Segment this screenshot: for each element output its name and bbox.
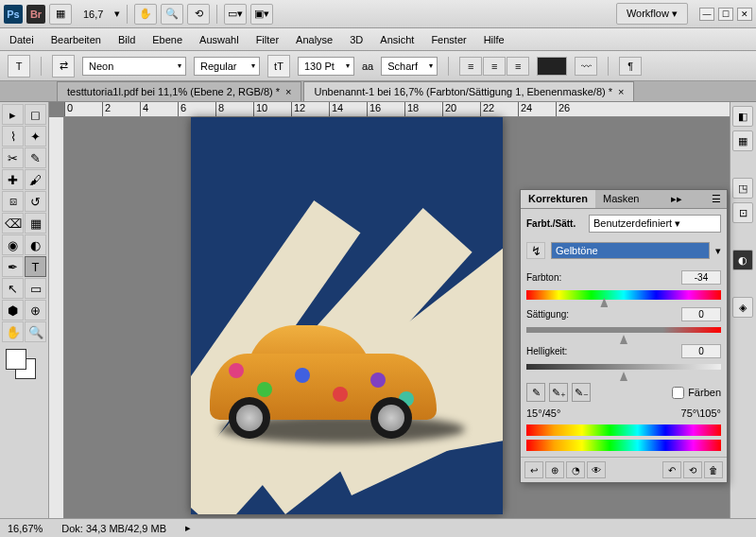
layers-panel-icon[interactable]: ◳ [732,178,753,199]
dodge-tool[interactable]: ◐ [25,234,46,255]
targeted-adjust-icon[interactable]: ↯ [526,242,545,259]
maximize-button[interactable]: ☐ [718,8,733,21]
chevron-down-icon[interactable]: ▾ [715,245,721,257]
text-color-swatch[interactable] [537,57,567,76]
hue-slider[interactable] [526,290,721,300]
shape-tool[interactable]: ▭ [25,278,46,299]
paths-panel-icon[interactable]: ◈ [732,297,753,318]
status-doc-size[interactable]: Dok: 34,3 MB/42,9 MB [61,523,166,534]
align-left-button[interactable]: ≡ [459,57,482,76]
return-icon[interactable]: ↩ [524,461,543,478]
font-weight-select[interactable]: Regular [194,57,260,76]
orientation-toggle[interactable]: ⇄ [52,55,75,78]
menu-bild[interactable]: Bild [118,34,135,45]
zoom-tool[interactable]: 🔍 [25,321,46,342]
eraser-tool[interactable]: ⌫ [2,213,24,234]
previous-icon[interactable]: ↶ [662,461,681,478]
saturation-slider[interactable] [526,327,721,337]
hue-input[interactable]: -34 [681,270,721,285]
align-center-button[interactable]: ≡ [483,57,506,76]
panel-collapse-icon[interactable]: ▸▸ [665,190,688,208]
preset-select[interactable]: Benutzerdefiniert ▾ [589,215,721,233]
toolbox: ▸ ◻ ⌇ ✦ ✂ ✎ ✚ 🖌 ⧇ ↺ ⌫ ▦ ◉ ◐ ✒ T ↖ ▭ ⬢ ⊕ … [0,102,49,518]
foreground-color[interactable] [6,349,26,370]
lightness-slider[interactable] [526,364,721,373]
menu-auswahl[interactable]: Auswahl [199,34,239,45]
eyedropper-tool[interactable]: ✎ [25,147,46,168]
visibility-icon[interactable]: 👁 [587,461,606,478]
clip-icon[interactable]: ◔ [566,461,585,478]
warp-text-button[interactable]: 〰 [575,57,597,76]
font-size-select[interactable]: 130 Pt [298,57,354,76]
bridge-icon[interactable]: Br [26,5,45,24]
colorize-checkbox[interactable] [672,387,684,399]
character-panel-button[interactable]: ¶ [619,57,642,76]
masken-tab[interactable]: Masken [595,190,647,208]
font-family-select[interactable]: Neon [82,57,186,76]
hue-range-bar[interactable] [526,424,721,436]
close-tab-icon[interactable]: × [285,86,291,97]
gradient-tool[interactable]: ▦ [25,213,46,234]
hand-tool[interactable]: ✋ [2,321,24,342]
saturation-input[interactable]: 0 [681,307,721,321]
wand-tool[interactable]: ✦ [25,126,46,147]
menu-ebene[interactable]: Ebene [152,34,182,45]
screen-mode-icon[interactable]: ▣▾ [250,4,273,25]
menu-hilfe[interactable]: Hilfe [484,34,505,45]
document-tab[interactable]: testtutoria1l.pdf bei 11,1% (Ebene 2, RG… [57,81,301,101]
trash-icon[interactable]: 🗑 [704,461,723,478]
arrange-icon[interactable]: ▭▾ [224,4,247,25]
3d-tool[interactable]: ⬢ [2,300,24,320]
workspace-switcher[interactable]: Workflow ▾ [616,3,688,25]
rotate-view-icon[interactable]: ⟲ [187,4,210,25]
expand-icon[interactable]: ⊕ [545,461,564,478]
blur-tool[interactable]: ◉ [2,234,24,255]
brush-tool[interactable]: 🖌 [25,169,46,190]
marquee-tool[interactable]: ◻ [25,104,46,125]
panel-menu-icon[interactable]: ☰ [706,190,727,208]
zoom-level[interactable]: 16,7 [76,9,111,20]
pen-tool[interactable]: ✒ [2,256,24,277]
adjustments-panel-icon[interactable]: ◐ [732,250,753,270]
document-canvas[interactable] [191,117,503,514]
menu-datei[interactable]: Datei [9,34,34,45]
antialias-select[interactable]: Scharf [381,57,438,76]
layout-icon[interactable]: ▦ [49,4,72,25]
menu-analyse[interactable]: Analyse [296,34,333,45]
crop-tool[interactable]: ✂ [2,147,24,168]
path-tool[interactable]: ↖ [2,278,24,299]
close-tab-icon[interactable]: × [618,86,624,97]
eyedropper-minus-icon[interactable]: ✎₋ [572,383,591,402]
menu-filter[interactable]: Filter [256,34,279,45]
lightness-input[interactable]: 0 [681,344,721,358]
status-arrow-icon[interactable]: ▸ [185,522,191,534]
eyedropper-plus-icon[interactable]: ✎₊ [549,383,568,402]
3d-camera-tool[interactable]: ⊕ [25,300,46,320]
menu-fenster[interactable]: Fenster [431,34,466,45]
channel-select[interactable]: Gelbtöne [551,242,710,259]
menu-3d[interactable]: 3D [350,34,363,45]
status-zoom[interactable]: 16,67% [8,523,43,534]
close-button[interactable]: ✕ [737,8,752,21]
move-tool[interactable]: ▸ [2,104,24,125]
minimize-button[interactable]: — [699,8,714,21]
swatches-panel-icon[interactable]: ▦ [732,130,753,151]
document-tab[interactable]: Unbenannt-1 bei 16,7% (Farbton/Sättigung… [303,81,634,101]
eyedropper-icon[interactable]: ✎ [526,383,545,402]
reset-icon[interactable]: ⟲ [683,461,702,478]
color-panel-icon[interactable]: ◧ [732,106,753,127]
menu-bearbeiten[interactable]: Bearbeiten [51,34,101,45]
photoshop-icon: Ps [4,5,23,24]
hand-tool-icon[interactable]: ✋ [134,4,157,25]
stamp-tool[interactable]: ⧇ [2,191,24,212]
lasso-tool[interactable]: ⌇ [2,126,24,147]
zoom-tool-icon[interactable]: 🔍 [161,4,183,25]
history-brush-tool[interactable]: ↺ [25,191,46,212]
menu-ansicht[interactable]: Ansicht [380,34,414,45]
type-tool[interactable]: T [25,256,46,277]
color-swatches[interactable] [2,347,46,385]
heal-tool[interactable]: ✚ [2,169,24,190]
korrekturen-tab[interactable]: Korrekturen [521,190,595,208]
channels-panel-icon[interactable]: ⊡ [732,202,753,223]
align-right-button[interactable]: ≡ [507,57,529,76]
